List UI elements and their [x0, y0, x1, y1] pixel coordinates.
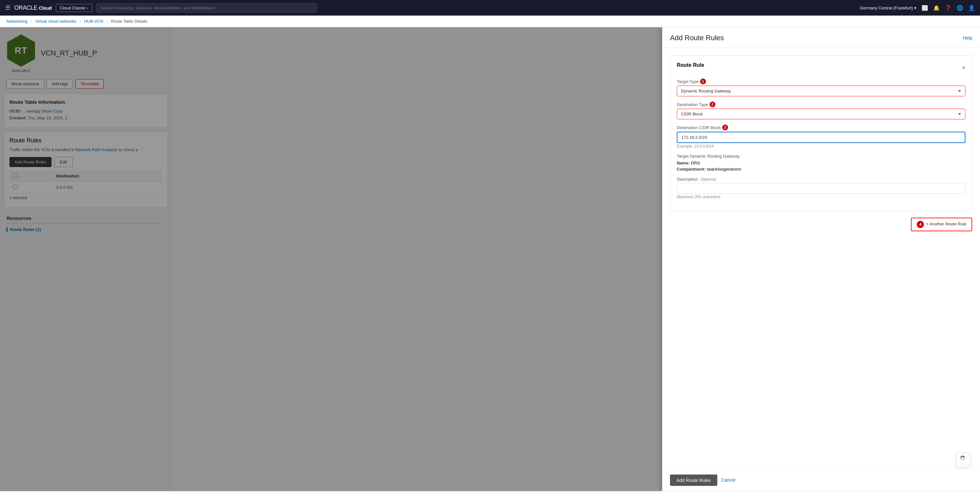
target-type-group: Target Type 1 Dynamic Routing Gateway In… — [677, 78, 966, 96]
modal-body: Route Rule × Target Type 1 Dynamic Routi… — [662, 48, 980, 469]
destination-cidr-input[interactable] — [677, 132, 966, 143]
modal-footer: Add Route Rules Cancel — [662, 469, 980, 491]
description-group: Description Optional Maximum 255 charact… — [677, 177, 966, 199]
cloud-classic-button[interactable]: Cloud Classic › — [56, 4, 92, 12]
destination-type-label: Destination Type 2 — [677, 102, 966, 107]
breadcrumb: Networking › Virtual cloud networks › HU… — [0, 16, 980, 27]
target-type-badge: 1 — [700, 78, 706, 84]
destination-cidr-hint: Example: 10.0.0.0/24 — [677, 144, 966, 149]
target-type-select[interactable]: Dynamic Routing Gateway Internet Gateway… — [677, 86, 966, 96]
target-type-label: Target Type 1 — [677, 78, 966, 84]
modal-header: Add Route Rules Help — [662, 27, 980, 48]
description-label: Description Optional — [677, 177, 966, 181]
modal-panel: Add Route Rules Help Route Rule × Target… — [662, 27, 980, 491]
destination-type-badge: 2 — [710, 102, 715, 107]
oracle-logo: ORACLE Cloud — [14, 5, 52, 11]
hamburger-icon[interactable]: ☰ — [5, 4, 10, 11]
add-another-rule-button[interactable]: 4+ Another Route Rule — [911, 218, 972, 231]
breadcrumb-hub-vcn[interactable]: HUB-VCN — [84, 19, 103, 24]
top-navigation: ☰ ORACLE Cloud Cloud Classic › Germany C… — [0, 0, 980, 16]
target-drg-info: Target Dynamic Routing Gateway Name: DRG… — [677, 154, 966, 172]
user-icon[interactable]: 👤 — [968, 5, 975, 11]
add-another-badge: 4 — [917, 221, 924, 228]
main-layout: RT AVAILABLE VCN_RT_HUB_P Move resource … — [0, 27, 980, 491]
nav-right: Germany Central (Frankfurt) ▾ ⬜ 🔔 ❓ 🌐 👤 — [860, 5, 975, 11]
close-rule-button[interactable]: × — [962, 65, 966, 72]
destination-type-select[interactable]: CIDR Block Service — [677, 109, 966, 119]
search-input[interactable] — [96, 3, 317, 13]
rule-card: Route Rule × Target Type 1 Dynamic Routi… — [670, 56, 972, 211]
help-widget[interactable]: ⛑ ⋮⋮⋮ — [956, 453, 970, 467]
destination-type-group: Destination Type 2 CIDR Block Service — [677, 102, 966, 119]
help-icon[interactable]: ❓ — [945, 5, 951, 11]
breadcrumb-networking[interactable]: Networking — [6, 19, 27, 24]
modal-overlay: Add Route Rules Help Route Rule × Target… — [0, 27, 980, 491]
modal-footer-actions: Add Route Rules Cancel — [670, 474, 735, 486]
region-selector[interactable]: Germany Central (Frankfurt) ▾ — [860, 5, 916, 10]
modal-add-route-rules-button[interactable]: Add Route Rules — [670, 474, 718, 486]
modal-title: Add Route Rules — [670, 34, 724, 42]
bell-icon[interactable]: 🔔 — [933, 5, 940, 11]
console-icon[interactable]: ⬜ — [922, 5, 928, 11]
destination-cidr-group: Destination CIDR Block 3 Example: 10.0.0… — [677, 124, 966, 149]
destination-cidr-label: Destination CIDR Block 3 — [677, 124, 966, 130]
modal-help-link[interactable]: Help — [963, 35, 972, 41]
globe-icon[interactable]: 🌐 — [957, 5, 963, 11]
breadcrumb-vcns[interactable]: Virtual cloud networks — [35, 19, 76, 24]
destination-cidr-badge: 3 — [722, 124, 728, 130]
rule-card-heading: Route Rule — [677, 62, 704, 68]
add-another-container: 4+ Another Route Rule — [670, 218, 972, 231]
description-hint: Maximum 255 characters — [677, 195, 966, 199]
description-input[interactable] — [677, 183, 966, 194]
modal-cancel-button[interactable]: Cancel — [721, 474, 735, 486]
footer-bar: Terms of Use and Privacy Cookie Preferen… — [0, 491, 980, 493]
breadcrumb-current: Route Table Details — [111, 19, 148, 24]
